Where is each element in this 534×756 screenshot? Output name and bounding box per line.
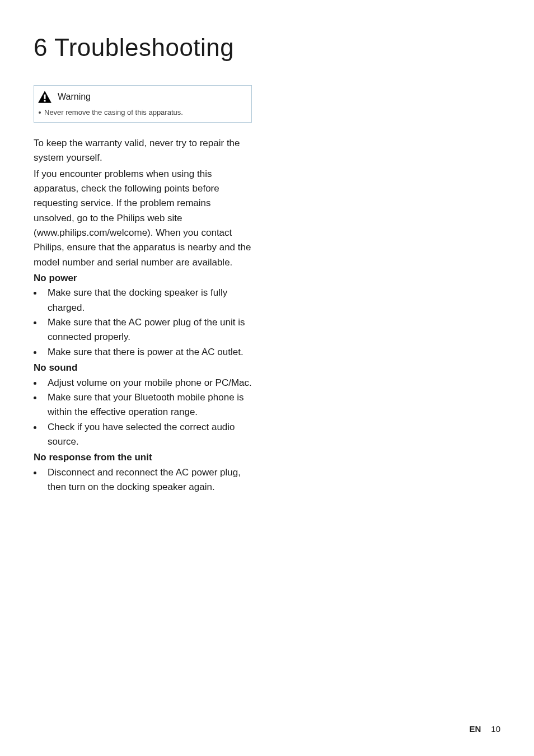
svg-rect-0 (44, 95, 45, 99)
list-no-power: Make sure that the docking speaker is fu… (34, 286, 252, 360)
bullet-icon (34, 382, 36, 385)
section-heading-no-sound: No sound (34, 361, 252, 375)
footer-page-number: 10 (491, 724, 500, 734)
list-item-text: Make sure that there is power at the AC … (48, 345, 252, 360)
bullet-icon (34, 396, 36, 399)
list-item-text: Disconnect and reconnect the AC power pl… (48, 465, 252, 495)
warning-title: Warning (58, 92, 91, 102)
list-item-text: Make sure that the docking speaker is fu… (48, 286, 252, 315)
svg-rect-1 (44, 100, 45, 101)
bullet-icon (39, 111, 41, 114)
list-no-response: Disconnect and reconnect the AC power pl… (34, 465, 252, 495)
list-item: Make sure that your Bluetooth mobile pho… (34, 390, 252, 420)
page-footer: EN 10 (469, 724, 500, 734)
content-column: Warning Never remove the casing of this … (34, 85, 252, 494)
warning-header: Warning (34, 86, 251, 106)
list-no-sound: Adjust volume on your mobile phone or PC… (34, 376, 252, 450)
chapter-heading: 6 Troubleshooting (34, 34, 500, 62)
list-item: Make sure that the docking speaker is fu… (34, 286, 252, 315)
list-item: Disconnect and reconnect the AC power pl… (34, 465, 252, 495)
footer-language: EN (469, 724, 481, 734)
list-item-text: Make sure that the AC power plug of the … (48, 315, 252, 345)
list-item: Make sure that the AC power plug of the … (34, 315, 252, 345)
intro-paragraph-1: To keep the warranty valid, never try to… (34, 136, 252, 166)
warning-body: Never remove the casing of this apparatu… (34, 106, 251, 122)
warning-item-text: Never remove the casing of this apparatu… (44, 108, 183, 116)
intro-paragraph-2: If you encounter problems when using thi… (34, 167, 252, 270)
list-item: Make sure that there is power at the AC … (34, 345, 252, 360)
list-item-text: Make sure that your Bluetooth mobile pho… (48, 390, 252, 420)
bullet-icon (34, 351, 36, 354)
list-item: Adjust volume on your mobile phone or PC… (34, 376, 252, 390)
section-heading-no-power: No power (34, 271, 252, 286)
bullet-icon (34, 321, 36, 324)
warning-triangle-icon (38, 90, 52, 104)
list-item-text: Check if you have selected the correct a… (48, 420, 252, 450)
warning-item: Never remove the casing of this apparatu… (39, 108, 247, 116)
warning-box: Warning Never remove the casing of this … (34, 85, 252, 123)
bullet-icon (34, 292, 36, 295)
bullet-icon (34, 472, 36, 474)
bullet-icon (34, 426, 36, 429)
section-heading-no-response: No response from the unit (34, 450, 252, 465)
list-item: Check if you have selected the correct a… (34, 420, 252, 450)
list-item-text: Adjust volume on your mobile phone or PC… (48, 376, 252, 390)
